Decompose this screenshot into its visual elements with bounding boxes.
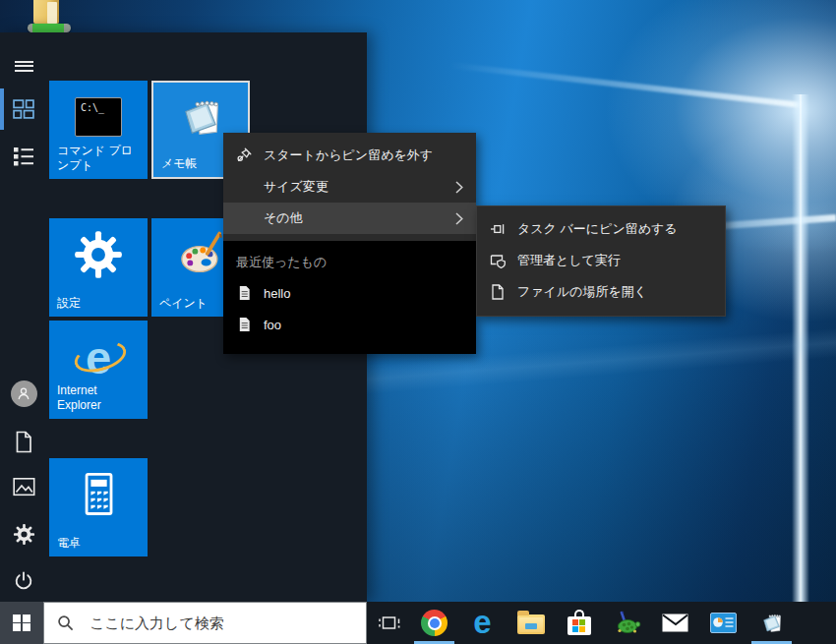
tile-label: Internet Explorer xyxy=(57,383,143,414)
document-icon xyxy=(14,431,33,453)
user-icon xyxy=(15,384,32,402)
search-input[interactable] xyxy=(88,614,337,632)
turtle-overlay-icon xyxy=(28,24,71,32)
task-view-icon xyxy=(379,615,400,632)
list-icon xyxy=(13,146,34,167)
edge-icon: e xyxy=(473,606,491,638)
expand-menu-button[interactable] xyxy=(10,52,37,80)
taskbar-tortoisegit-icon[interactable] xyxy=(603,602,651,644)
menu-item-label: その他 xyxy=(264,209,455,227)
tile-settings[interactable]: 設定 xyxy=(49,218,148,317)
tortoise-icon xyxy=(614,611,641,636)
chevron-right-icon xyxy=(455,181,463,194)
sidebar-item-settings[interactable] xyxy=(10,520,37,548)
gear-icon xyxy=(73,229,124,280)
menu-item-label: サイズ変更 xyxy=(264,178,455,196)
recent-files-header: 最近使ったもの xyxy=(236,254,476,271)
hamburger-icon xyxy=(15,58,33,74)
sidebar-item-pinned-tiles[interactable] xyxy=(10,95,37,123)
taskbar: e xyxy=(0,602,836,644)
taskbar-store-icon[interactable] xyxy=(555,602,603,644)
tile-label: コマンド プロンプト xyxy=(57,144,143,174)
sidebar-item-documents[interactable] xyxy=(10,428,37,455)
ie-icon: e xyxy=(71,329,126,384)
recent-file-label: hello xyxy=(264,286,476,301)
menu-item-resize[interactable]: サイズ変更 xyxy=(223,171,476,203)
tile-label: 電卓 xyxy=(57,536,143,552)
recent-files-section: 最近使ったもの hello foo xyxy=(223,241,476,354)
menu-item-label: タスク バーにピン留めする xyxy=(517,220,678,238)
task-view-button[interactable] xyxy=(368,602,411,644)
recent-file-foo[interactable]: foo xyxy=(223,309,476,340)
menu-item-pin-to-taskbar[interactable]: タスク バーにピン留めする xyxy=(477,213,725,245)
tile-context-menu: スタートからピン留めを外す サイズ変更 その他 最近使ったもの xyxy=(223,133,476,354)
taskbar-mail-icon[interactable] xyxy=(651,602,699,644)
chevron-right-icon xyxy=(455,212,463,225)
admin-shield-icon xyxy=(489,253,507,269)
menu-item-label: スタートからピン留めを外す xyxy=(264,146,476,164)
more-submenu: タスク バーにピン留めする 管理者として実行 xyxy=(476,205,726,317)
paint-palette-icon xyxy=(174,228,227,281)
menu-item-label: 管理者として実行 xyxy=(517,252,621,269)
taskbar-edge-icon[interactable]: e xyxy=(458,602,507,644)
tiles-icon xyxy=(13,99,34,119)
taskbar-file-explorer-icon[interactable] xyxy=(507,602,555,644)
chrome-icon xyxy=(421,610,448,636)
menu-item-label: ファイルの場所を開く xyxy=(517,283,647,301)
menu-item-open-file-location[interactable]: ファイルの場所を開く xyxy=(477,276,725,308)
search-icon xyxy=(57,615,74,631)
tile-label: 設定 xyxy=(57,296,143,312)
wallpaper-light-beam xyxy=(449,62,802,108)
context-menu-actions: スタートからピン留めを外す サイズ変更 その他 xyxy=(223,133,476,241)
rail-active-indicator xyxy=(0,88,4,130)
user-avatar xyxy=(11,381,37,407)
pin-icon xyxy=(489,221,507,237)
sidebar-item-pictures[interactable] xyxy=(10,473,37,500)
windows-logo-icon xyxy=(13,615,30,632)
text-document-icon xyxy=(236,317,252,332)
file-icon xyxy=(489,284,507,300)
tile-internet-explorer[interactable]: e Internet Explorer xyxy=(49,321,148,419)
wallpaper-light-beam xyxy=(792,94,809,602)
sidebar-item-power[interactable] xyxy=(10,567,37,595)
notepad-icon xyxy=(758,610,785,636)
taskbar-system-app-icon[interactable] xyxy=(699,602,747,644)
desktop-folder-icon[interactable] xyxy=(28,0,73,32)
folder-page-decoration xyxy=(47,2,57,24)
pictures-icon xyxy=(13,477,35,497)
start-button[interactable] xyxy=(0,602,43,644)
store-icon xyxy=(567,616,591,635)
tile-calculator[interactable]: 電卓 xyxy=(49,458,148,556)
windows-desktop: C:\_ コマンド プロンプト メモ帳 xyxy=(0,0,836,644)
taskbar-app-icons: e xyxy=(410,602,796,644)
mail-icon xyxy=(662,614,688,632)
taskbar-notepad-icon[interactable] xyxy=(747,602,796,644)
gear-icon xyxy=(13,523,35,546)
sidebar-item-all-apps[interactable] xyxy=(10,143,37,170)
unpin-icon xyxy=(236,147,252,163)
sidebar-item-user[interactable] xyxy=(10,380,37,407)
tile-command-prompt[interactable]: C:\_ コマンド プロンプト xyxy=(49,81,148,179)
text-document-icon xyxy=(236,285,252,301)
menu-item-run-as-administrator[interactable]: 管理者として実行 xyxy=(477,245,725,276)
calculator-icon xyxy=(73,469,124,520)
recent-file-label: foo xyxy=(264,318,476,332)
menu-item-unpin-from-start[interactable]: スタートからピン留めを外す xyxy=(223,140,476,171)
taskbar-chrome-icon[interactable] xyxy=(410,602,458,644)
power-icon xyxy=(13,570,34,592)
system-app-icon xyxy=(710,613,737,633)
recent-file-hello[interactable]: hello xyxy=(223,277,476,309)
command-prompt-icon: C:\_ xyxy=(75,97,122,137)
menu-item-more[interactable]: その他 xyxy=(223,203,476,234)
file-explorer-icon xyxy=(517,615,545,634)
notepad-icon xyxy=(175,91,226,143)
taskbar-search[interactable] xyxy=(43,602,367,644)
